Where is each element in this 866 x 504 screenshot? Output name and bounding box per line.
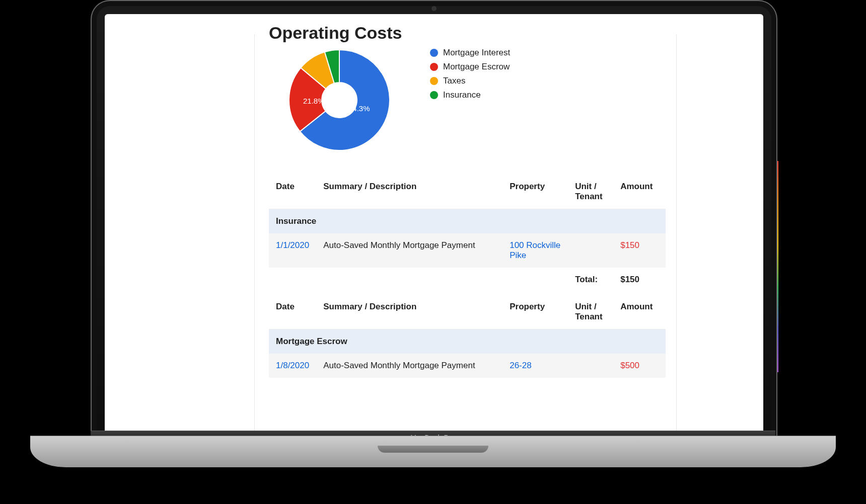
donut-svg — [284, 45, 395, 155]
cell-property-link[interactable]: 100 Rockville Pike — [502, 233, 568, 268]
legend-swatch — [430, 77, 438, 85]
cost-table-escrow: Mortgage Escrow Date Summary / Descripti… — [269, 295, 666, 378]
table-row: 1/1/2020 Auto-Saved Monthly Mortgage Pay… — [269, 233, 666, 268]
cell-summary: Auto-Saved Monthly Mortgage Payment — [316, 354, 502, 378]
col-property: Property — [502, 295, 568, 329]
laptop-screen: Operating Costs 64.3% 21.8% Mortgage Int… — [105, 14, 763, 437]
cell-summary: Auto-Saved Monthly Mortgage Payment — [316, 233, 502, 268]
chart-legend: Mortgage Interest Mortgage Escrow Taxes — [430, 46, 510, 102]
total-label: Total: — [568, 268, 613, 292]
chart-row: 64.3% 21.8% Mortgage Interest Mortgage E… — [269, 45, 666, 160]
cell-property-link[interactable]: 26-28 — [502, 354, 568, 378]
cell-unit — [568, 354, 613, 378]
col-date: Date — [269, 295, 316, 329]
legend-swatch — [430, 63, 438, 71]
page-content: Operating Costs 64.3% 21.8% Mortgage Int… — [269, 23, 666, 378]
donut-chart: 64.3% 21.8% — [269, 45, 400, 160]
pct-label-main: 64.3% — [348, 104, 370, 113]
legend-item: Taxes — [430, 74, 510, 88]
col-unit: Unit / Tenant — [568, 295, 613, 329]
cell-date-link[interactable]: 1/8/2020 — [269, 354, 316, 378]
col-summary: Summary / Description — [316, 295, 502, 329]
legend-label: Mortgage Interest — [443, 46, 510, 60]
section-header: Mortgage Escrow — [269, 329, 666, 354]
col-amount: Amount — [613, 295, 666, 329]
legend-item: Mortgage Escrow — [430, 60, 510, 74]
left-gutter-line — [254, 34, 255, 437]
trackpad-notch — [378, 446, 488, 453]
cell-unit — [568, 233, 613, 268]
col-amount: Amount — [613, 175, 666, 209]
cell-amount: $150 — [613, 233, 666, 268]
legend-item: Insurance — [430, 88, 510, 102]
legend-swatch — [430, 49, 438, 57]
col-date: Date — [269, 175, 316, 209]
legend-item: Mortgage Interest — [430, 46, 510, 60]
col-summary: Summary / Description — [316, 175, 502, 209]
cost-table-insurance: Insurance Date Summary / Description Pro… — [269, 175, 666, 292]
laptop-lid: Operating Costs 64.3% 21.8% Mortgage Int… — [91, 0, 777, 437]
legend-label: Insurance — [443, 88, 481, 102]
table-row: 1/8/2020 Auto-Saved Monthly Mortgage Pay… — [269, 354, 666, 378]
cell-amount: $500 — [613, 354, 666, 378]
legend-swatch — [430, 91, 438, 99]
section-title: Mortgage Escrow — [269, 329, 666, 354]
legend-label: Taxes — [443, 74, 465, 88]
section-title: Insurance — [269, 209, 666, 234]
page-title: Operating Costs — [269, 23, 666, 43]
table-head: Date Summary / Description Property Unit… — [269, 295, 666, 329]
col-property: Property — [502, 175, 568, 209]
table-head: Date Summary / Description Property Unit… — [269, 175, 666, 209]
pct-label-secondary: 21.8% — [303, 97, 325, 105]
camera-dot — [431, 6, 437, 11]
legend-label: Mortgage Escrow — [443, 60, 510, 74]
section-header: Insurance — [269, 209, 666, 234]
col-unit: Unit / Tenant — [568, 175, 613, 209]
total-amount: $150 — [613, 268, 666, 292]
right-gutter-line — [676, 34, 677, 437]
total-row: Total: $150 — [269, 268, 666, 292]
stage: Operating Costs 64.3% 21.8% Mortgage Int… — [0, 0, 866, 504]
cell-date-link[interactable]: 1/1/2020 — [269, 233, 316, 268]
